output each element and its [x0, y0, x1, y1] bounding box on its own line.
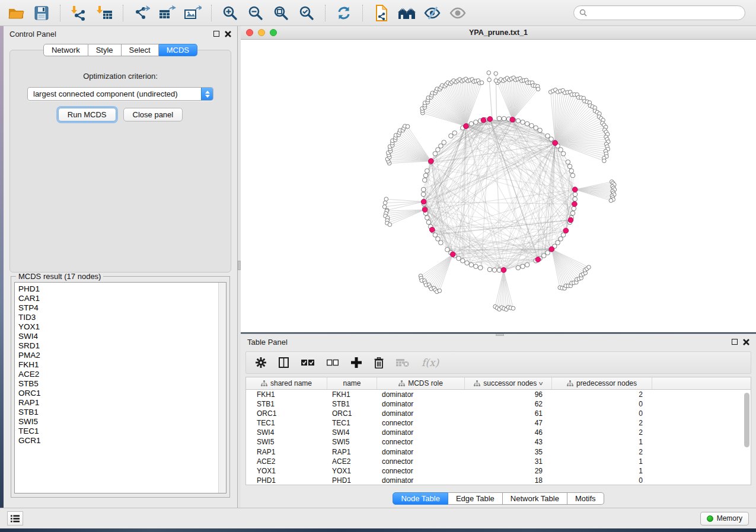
- graph-leaf-node[interactable]: [388, 223, 392, 227]
- graph-leaf-node[interactable]: [438, 289, 442, 293]
- memory-button[interactable]: Memory: [700, 512, 749, 525]
- graph-node[interactable]: [449, 134, 454, 139]
- graph-node[interactable]: [487, 267, 492, 272]
- graph-hub-node-selected[interactable]: [568, 217, 573, 223]
- graph-node[interactable]: [529, 123, 534, 128]
- search-box[interactable]: [573, 5, 745, 20]
- graph-hub-node-selected[interactable]: [535, 257, 541, 262]
- network-view[interactable]: [241, 40, 756, 332]
- list-item[interactable]: SWI5: [18, 417, 226, 427]
- list-item[interactable]: STP4: [18, 303, 226, 313]
- float-panel-icon[interactable]: [213, 31, 219, 37]
- graph-leaf-node[interactable]: [384, 197, 388, 201]
- delete-table-button[interactable]: [396, 358, 409, 367]
- list-item[interactable]: ACE2: [18, 370, 226, 379]
- graph-node[interactable]: [559, 236, 563, 241]
- graph-node[interactable]: [573, 197, 578, 201]
- graph-leaf-node[interactable]: [494, 72, 498, 76]
- table-row[interactable]: ACE2ACE2connector311: [246, 457, 751, 466]
- graph-node[interactable]: [445, 248, 450, 252]
- graph-node[interactable]: [561, 233, 566, 238]
- graph-hub-node-selected[interactable]: [510, 117, 515, 123]
- apply-layout-button[interactable]: [334, 3, 354, 23]
- network-window-titlebar[interactable]: YPA_prune.txt_1: [241, 26, 756, 40]
- tab-network-table[interactable]: Network Table: [503, 492, 567, 505]
- table-row[interactable]: TEC1TEC1connector472: [246, 418, 751, 428]
- table-row[interactable]: SWI5SWI5connector431: [246, 437, 751, 447]
- list-item[interactable]: TID3: [18, 313, 226, 322]
- export-image-button[interactable]: [183, 3, 203, 23]
- graph-hub-node-selected[interactable]: [422, 207, 428, 213]
- list-item[interactable]: SWI4: [18, 332, 226, 341]
- graph-leaf-node[interactable]: [609, 198, 613, 203]
- graph-hub-node-selected[interactable]: [429, 227, 435, 232]
- graph-leaf-node[interactable]: [494, 79, 498, 83]
- graph-node[interactable]: [469, 262, 474, 267]
- graph-node[interactable]: [569, 169, 574, 174]
- graph-hub-node-selected[interactable]: [572, 201, 578, 207]
- table-row[interactable]: SWI4SWI4dominator462: [246, 428, 751, 437]
- list-item[interactable]: ORC1: [18, 389, 226, 398]
- graph-node[interactable]: [492, 268, 497, 273]
- splitter-grip[interactable]: [238, 261, 241, 270]
- minimize-window-icon[interactable]: [258, 29, 265, 36]
- graph-leaf-node[interactable]: [406, 124, 410, 129]
- graph-node[interactable]: [566, 160, 570, 165]
- list-item[interactable]: TEC1: [18, 427, 226, 436]
- graph-node[interactable]: [457, 256, 461, 261]
- graph-node[interactable]: [469, 121, 474, 126]
- import-network-button[interactable]: [69, 3, 89, 23]
- column-header-MCDS-role[interactable]: MCDS role: [377, 377, 465, 389]
- close-panel-icon[interactable]: [225, 31, 231, 37]
- zoom-in-button[interactable]: [220, 3, 240, 23]
- list-item[interactable]: PHD1: [18, 284, 226, 294]
- graph-node[interactable]: [439, 144, 444, 149]
- tab-style[interactable]: Style: [88, 44, 122, 56]
- horizontal-splitter-grip[interactable]: [496, 334, 504, 336]
- mcds-result-list[interactable]: PHD1CAR1STP4TID3YOX1SWI4SRD1PMA2FKH1ACE2…: [14, 282, 227, 493]
- open-folder-button[interactable]: [6, 3, 26, 23]
- graph-node[interactable]: [570, 173, 575, 178]
- graph-hub-node-selected[interactable]: [553, 140, 558, 146]
- graph-leaf-node[interactable]: [480, 81, 484, 85]
- graph-hub-node-selected[interactable]: [481, 117, 486, 123]
- graph-node[interactable]: [421, 187, 426, 192]
- column-header-successor-nodes[interactable]: successor nodesv: [465, 377, 552, 389]
- float-panel-icon[interactable]: [732, 339, 738, 345]
- graph-node[interactable]: [465, 261, 470, 265]
- graph-leaf-node[interactable]: [382, 205, 387, 209]
- network-graph[interactable]: [241, 40, 756, 332]
- close-panel-icon[interactable]: [743, 339, 749, 345]
- graph-node[interactable]: [541, 254, 546, 258]
- graph-node[interactable]: [421, 192, 426, 197]
- graph-leaf-node[interactable]: [511, 306, 515, 310]
- graph-leaf-node[interactable]: [487, 70, 491, 75]
- graph-node[interactable]: [433, 152, 438, 156]
- function-builder-button[interactable]: f(x): [422, 357, 439, 368]
- table-row[interactable]: FKH1FKH1dominator962: [246, 390, 751, 399]
- graph-node[interactable]: [549, 137, 554, 142]
- select-all-checks-button[interactable]: [301, 359, 314, 367]
- graph-node[interactable]: [433, 233, 438, 238]
- export-network-button[interactable]: [132, 3, 152, 23]
- table-row[interactable]: ORC1ORC1dominator610: [246, 409, 751, 418]
- graph-node[interactable]: [439, 241, 444, 245]
- column-header-name[interactable]: name: [327, 377, 377, 389]
- graph-node[interactable]: [452, 131, 457, 136]
- graph-node[interactable]: [425, 169, 429, 174]
- tab-node-table[interactable]: Node Table: [393, 492, 448, 505]
- search-input[interactable]: [590, 9, 739, 17]
- import-table-button[interactable]: [94, 3, 114, 23]
- graph-node[interactable]: [516, 265, 521, 270]
- graph-node[interactable]: [521, 264, 525, 269]
- graph-hub-node-selected[interactable]: [421, 199, 426, 204]
- zoom-fit-button[interactable]: [271, 3, 291, 23]
- graph-node[interactable]: [570, 211, 575, 216]
- add-column-button[interactable]: [351, 357, 362, 368]
- run-mcds-button[interactable]: Run MCDS: [58, 108, 116, 121]
- graph-node[interactable]: [436, 236, 441, 241]
- graph-leaf-node[interactable]: [602, 159, 607, 163]
- tab-motifs[interactable]: Motifs: [567, 492, 604, 505]
- graph-node[interactable]: [525, 121, 529, 126]
- mcds-list-scrollbar[interactable]: [218, 283, 226, 493]
